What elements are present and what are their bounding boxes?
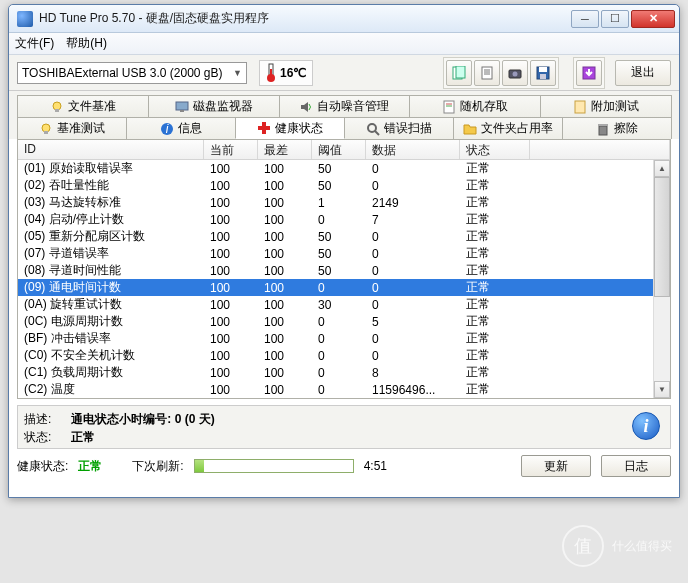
menubar: 文件(F) 帮助(H)	[9, 33, 679, 55]
svg-rect-18	[180, 110, 184, 112]
monitor-icon	[175, 100, 189, 114]
svg-point-10	[513, 71, 518, 76]
tab-随机存取[interactable]: 随机存取	[409, 95, 541, 117]
table-row[interactable]: (04) 启动/停止计数10010007正常	[18, 211, 670, 228]
health-value: 正常	[78, 458, 102, 475]
refresh-progress	[194, 459, 354, 473]
tab-文件夹占用率[interactable]: 文件夹占用率	[453, 117, 563, 139]
copy-text-button[interactable]	[474, 60, 500, 86]
app-window: HD Tune Pro 5.70 - 硬盘/固态硬盘实用程序 ─ ☐ ✕ 文件(…	[8, 4, 680, 498]
close-button[interactable]: ✕	[631, 10, 675, 28]
table-row[interactable]: (05) 重新分配扇区计数100100500正常	[18, 228, 670, 245]
svg-rect-16	[55, 109, 59, 112]
tab-附加测试[interactable]: 附加测试	[540, 95, 672, 117]
table-row[interactable]: (0C) 电源周期计数10010005正常	[18, 313, 670, 330]
svg-rect-24	[44, 131, 48, 134]
sheet2-icon	[573, 100, 587, 114]
table-row[interactable]: (BF) 冲击错误率10010000正常	[18, 330, 670, 347]
update-button[interactable]: 更新	[521, 455, 591, 477]
svg-rect-2	[270, 69, 272, 78]
log-button[interactable]: 日志	[601, 455, 671, 477]
col-current[interactable]: 当前	[204, 140, 258, 159]
toolbar: TOSHIBAExternal USB 3.0 (2000 gB) ▼ 16℃ …	[9, 55, 679, 91]
tab-自动噪音管理[interactable]: 自动噪音管理	[279, 95, 411, 117]
table-row[interactable]: (C1) 负载周期计数10010008正常	[18, 364, 670, 381]
tab-row-2: 基准测试i信息健康状态错误扫描文件夹占用率擦除	[9, 117, 679, 139]
col-status[interactable]: 状态	[460, 140, 530, 159]
save-button[interactable]	[530, 60, 556, 86]
svg-rect-19	[444, 101, 454, 113]
device-select[interactable]: TOSHIBAExternal USB 3.0 (2000 gB) ▼	[17, 62, 247, 84]
svg-rect-31	[599, 126, 607, 135]
svg-rect-4	[456, 66, 465, 78]
trash-icon	[596, 122, 610, 136]
svg-rect-17	[176, 102, 188, 110]
svg-point-29	[368, 124, 376, 132]
menu-help[interactable]: 帮助(H)	[66, 35, 107, 52]
sheet-icon	[442, 100, 456, 114]
svg-rect-22	[575, 101, 585, 113]
device-name: TOSHIBAExternal USB 3.0 (2000 gB)	[22, 66, 223, 80]
svg-rect-12	[539, 67, 547, 72]
table-row[interactable]: (03) 马达旋转标准10010012149正常	[18, 194, 670, 211]
table-row[interactable]: (01) 原始读取错误率100100500正常	[18, 160, 670, 177]
tab-文件基准[interactable]: 文件基准	[17, 95, 149, 117]
table-row[interactable]: (02) 吞吐量性能100100500正常	[18, 177, 670, 194]
countdown: 4:51	[364, 459, 387, 473]
exit-button[interactable]: 退出	[615, 60, 671, 86]
watermark-icon: 值	[562, 525, 604, 567]
tab-错误扫描[interactable]: 错误扫描	[344, 117, 454, 139]
scroll-thumb[interactable]	[654, 177, 670, 297]
tab-擦除[interactable]: 擦除	[562, 117, 672, 139]
col-threshold[interactable]: 阈值	[312, 140, 366, 159]
svg-rect-5	[482, 67, 492, 79]
menu-file[interactable]: 文件(F)	[15, 35, 54, 52]
temperature-value: 16℃	[280, 66, 306, 80]
chevron-down-icon: ▼	[233, 68, 242, 78]
screenshot-button[interactable]	[502, 60, 528, 86]
info-icon[interactable]: i	[632, 412, 660, 440]
health-label: 健康状态:	[17, 458, 68, 475]
svg-rect-28	[258, 126, 270, 130]
maximize-button[interactable]: ☐	[601, 10, 629, 28]
window-title: HD Tune Pro 5.70 - 硬盘/固态硬盘实用程序	[37, 10, 571, 27]
plus-icon	[257, 121, 271, 135]
table-body[interactable]: (01) 原始读取错误率100100500正常(02) 吞吐量性能1001005…	[18, 160, 670, 398]
table-row[interactable]: (C2) 温度100100011596496...正常	[18, 381, 670, 398]
desc-status-value: 正常	[71, 430, 95, 444]
tab-row-1: 文件基准磁盘监视器自动噪音管理随机存取附加测试	[9, 91, 679, 117]
svg-point-23	[42, 124, 50, 132]
health-table: ID 当前 最差 阈值 数据 状态 (01) 原始读取错误率100100500正…	[17, 139, 671, 399]
table-row[interactable]: (0A) 旋转重试计数100100300正常	[18, 296, 670, 313]
refresh-label: 下次刷新:	[132, 458, 183, 475]
scroll-down-button[interactable]: ▼	[654, 381, 670, 398]
watermark-text: 什么值得买	[612, 538, 672, 555]
search-icon	[366, 122, 380, 136]
scrollbar[interactable]: ▲ ▼	[653, 160, 670, 398]
copy-info-button[interactable]	[446, 60, 472, 86]
col-id[interactable]: ID	[18, 140, 204, 159]
thermometer-icon	[266, 63, 276, 83]
table-row[interactable]: (07) 寻道错误率100100500正常	[18, 245, 670, 262]
tab-健康状态[interactable]: 健康状态	[235, 117, 345, 139]
tab-磁盘监视器[interactable]: 磁盘监视器	[148, 95, 280, 117]
watermark: 值 什么值得买	[562, 525, 672, 567]
description-panel: 描述: 通电状态小时编号: 0 (0 天) 状态: 正常 i	[17, 405, 671, 449]
svg-rect-32	[598, 124, 608, 126]
bottom-bar: 健康状态: 正常 下次刷新: 4:51 更新 日志	[17, 455, 671, 477]
col-data[interactable]: 数据	[366, 140, 460, 159]
minimize-button[interactable]: ─	[571, 10, 599, 28]
tab-基准测试[interactable]: 基准测试	[17, 117, 127, 139]
table-row[interactable]: (09) 通电时间计数10010000正常	[18, 279, 670, 296]
scroll-up-button[interactable]: ▲	[654, 160, 670, 177]
bulb-icon	[39, 122, 53, 136]
table-header: ID 当前 最差 阈值 数据 状态	[18, 140, 670, 160]
options-button[interactable]	[576, 60, 602, 86]
table-row[interactable]: (C0) 不安全关机计数10010000正常	[18, 347, 670, 364]
svg-rect-13	[540, 74, 546, 79]
titlebar[interactable]: HD Tune Pro 5.70 - 硬盘/固态硬盘实用程序 ─ ☐ ✕	[9, 5, 679, 33]
tab-信息[interactable]: i信息	[126, 117, 236, 139]
table-row[interactable]: (08) 寻道时间性能100100500正常	[18, 262, 670, 279]
col-worst[interactable]: 最差	[258, 140, 312, 159]
speaker-icon	[299, 100, 313, 114]
